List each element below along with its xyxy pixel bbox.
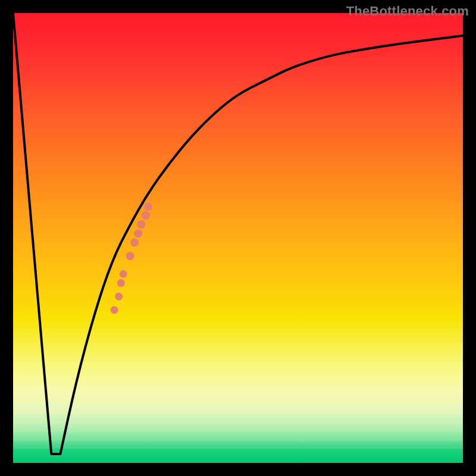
highlight-dot (120, 270, 127, 278)
highlight-dot (126, 252, 134, 260)
highlight-dot (117, 279, 125, 287)
highlight-dot (144, 202, 152, 211)
highlight-dot (142, 211, 150, 220)
highlight-dot (115, 293, 123, 300)
watermark: TheBottleneck.com (346, 4, 469, 19)
highlight-dot (111, 306, 118, 314)
highlight-dot (137, 220, 146, 228)
highlight-dot (130, 239, 139, 247)
curve-path (13, 13, 463, 454)
curve-group (13, 13, 463, 454)
chart-frame: TheBottleneck.com (0, 0, 476, 476)
highlight-markers (111, 202, 152, 314)
highlight-dot (134, 229, 142, 237)
bottleneck-curve (13, 13, 463, 463)
